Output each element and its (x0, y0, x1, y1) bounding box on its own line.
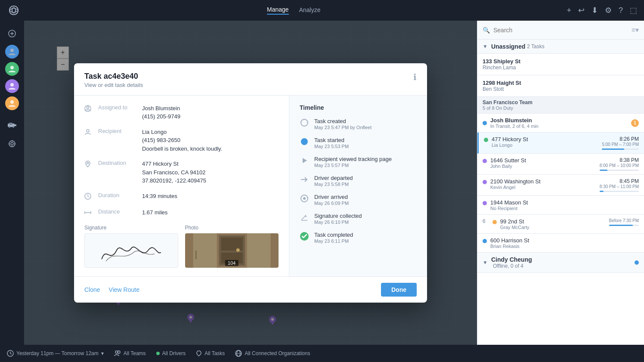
all-orgs-item[interactable]: All Connected Organizations (235, 350, 310, 357)
tl-time-4: May 26 6:09 PM (314, 201, 349, 206)
timeline-item-6: Task completed May 23 6:11 PM (300, 232, 417, 244)
delivery-time-2nd: Before 7:30 PM (609, 218, 639, 226)
tl-content-4: Driver arrived May 26 6:09 PM (314, 194, 349, 206)
driver-josh[interactable]: Josh Blumstein In Transit, 2 of 6, 4 min… (477, 114, 644, 133)
svg-point-4 (10, 66, 14, 69)
delivery-info-harrison: 600 Harrison St Brian Rekasis (490, 237, 639, 249)
avatar-3[interactable] (5, 79, 19, 93)
help-icon[interactable]: ? (619, 6, 623, 15)
time-range-item[interactable]: Yesterday 11pm — Tomorrow 12am ▾ (7, 350, 104, 357)
unassigned-task-sub-0: Rinchen Lama (483, 65, 639, 71)
add-icon[interactable]: + (567, 6, 571, 15)
nav-tab-analyze[interactable]: Analyze (299, 6, 321, 14)
clone-link[interactable]: Clone (84, 286, 100, 293)
delivery-600-harrison[interactable]: 600 Harrison St Brian Rekasis (477, 234, 644, 253)
modal-right-panel: Timeline Task created May 23 5:47 PM by … (289, 96, 427, 276)
delivery-2100-washington[interactable]: 2100 Washington St Kevin Angel 8:45 PM 8… (477, 175, 644, 196)
timeline-item-4: Driver arrived May 26 6:09 PM (300, 194, 417, 206)
svg-point-50 (301, 138, 308, 145)
svg-point-9 (9, 126, 10, 128)
undo-icon[interactable]: ↩ (578, 6, 585, 15)
photo-image[interactable]: 104 (185, 233, 279, 268)
driver-name-josh: Josh Blumstein (490, 117, 628, 124)
signature-box: Signature (84, 225, 178, 268)
avatar-1[interactable] (5, 45, 19, 59)
svg-rect-11 (15, 124, 16, 126)
vehicle-icon[interactable] (4, 117, 20, 133)
all-teams-item[interactable]: All Teams (114, 350, 146, 357)
svg-rect-8 (9, 123, 12, 125)
avatar-2[interactable] (5, 62, 19, 76)
cindy-info: Cindy Cheung Offline, 0 of 4 (491, 256, 635, 269)
timeline-item-2: Recipient viewed tracking page May 23 5:… (300, 156, 417, 168)
add-task-btn[interactable] (4, 26, 20, 41)
driver-badge-josh: 1 (631, 119, 639, 127)
unassigned-task-sub-1: Ben Stott (483, 86, 639, 92)
tl-content-2: Recipient viewed tracking page May 23 5:… (314, 156, 392, 168)
tl-content-1: Task started May 23 5:53 PM (314, 137, 349, 149)
photo-number: 104 (225, 260, 238, 266)
done-button[interactable]: Done (381, 283, 417, 297)
view-route-link[interactable]: View Route (109, 286, 139, 293)
delivery-1646-sutter[interactable]: 1646 Sutter St John Baily 8:38 PM 8:00 P… (477, 154, 644, 175)
delivery-info-washington: 2100 Washington St Kevin Angel (490, 178, 596, 190)
delivery-info-2nd: 99 2nd St Gray McCarty (500, 218, 606, 230)
distance-label: Distance (98, 208, 137, 215)
svg-point-49 (301, 119, 308, 126)
modal-body: Assigned to Josh Blumstein (415) 205-974… (74, 96, 427, 276)
recipient-icon (84, 129, 93, 137)
signature-image[interactable] (84, 233, 178, 268)
svg-line-37 (88, 196, 89, 197)
all-tasks-item[interactable]: All Tasks (196, 350, 225, 356)
delivery-sub-2nd: Gray McCarty (500, 225, 606, 230)
cindy-sub: Offline, 0 of 4 (493, 263, 635, 269)
recipient-label: Recipient (98, 128, 137, 134)
delivery-name-harrison: 600 Harrison St (490, 237, 639, 244)
settings-icon[interactable]: ⚙ (605, 6, 612, 15)
modal-info-btn[interactable]: ℹ (413, 72, 417, 82)
svg-point-13 (11, 142, 13, 145)
delivery-1944-mason[interactable]: 1944 Mason St No Recipient (477, 196, 644, 215)
cindy-section-header[interactable]: ▼ Cindy Cheung Offline, 0 of 4 (477, 253, 644, 273)
delivery-name-2nd: 99 2nd St (500, 218, 606, 225)
svg-rect-45 (236, 248, 239, 252)
tl-content-5: Signature collected May 26 6:10 PM (314, 213, 362, 225)
delivery-info-hickory: 477 Hickory St Lia Longo (492, 136, 598, 148)
svg-rect-48 (195, 251, 196, 259)
duration-label: Duration (98, 192, 137, 198)
tl-time-3: May 23 5:58 PM (314, 182, 353, 187)
all-teams-label: All Teams (124, 350, 146, 356)
cindy-name: Cindy Cheung (491, 256, 635, 263)
delivery-477-hickory[interactable]: 477 Hickory St Lia Longo 8:26 PM 5:00 PM… (477, 133, 644, 154)
unassigned-section-header[interactable]: ▼ Unassigned 2 Tasks (477, 40, 644, 54)
right-panel: 🔍 ≡▾ ▼ Unassigned 2 Tasks 133 Shipley St… (477, 21, 644, 345)
download-icon[interactable]: ⬇ (591, 6, 598, 15)
all-drivers-item[interactable]: All Drivers (156, 350, 186, 356)
tl-icon-signature (300, 213, 309, 222)
task-detail-modal: Task ac4e3e40 View or edit task details … (74, 63, 427, 303)
duration-value: 14:39 minutes (142, 192, 177, 201)
timeline-title: Timeline (300, 104, 417, 111)
tl-time-5: May 26 6:10 PM (314, 220, 362, 225)
assigned-icon (84, 105, 93, 114)
signature-label: Signature (84, 225, 178, 231)
unassigned-task-1[interactable]: 1298 Haight St Ben Stott (477, 75, 644, 97)
delivery-99-2nd[interactable]: 6 99 2nd St Gray McCarty Before 7:30 PM (477, 215, 644, 234)
tl-time-2: May 23 5:57 PM (314, 163, 392, 168)
svg-point-54 (303, 197, 306, 200)
search-input[interactable] (493, 27, 628, 34)
tl-icon-created (300, 118, 309, 127)
delivery-sub-harrison: Brian Rekasis (490, 244, 639, 249)
svg-point-10 (12, 126, 14, 128)
target-icon[interactable] (4, 136, 20, 152)
delivery-time-washington: 8:45 PM 8:30 PM – 11:00 PM (600, 178, 639, 192)
modal-footer: Clone View Route Done (74, 276, 427, 303)
exit-icon[interactable]: ⬚ (630, 6, 637, 15)
nav-tab-manage[interactable]: Manage (267, 6, 289, 15)
svg-point-34 (87, 162, 89, 164)
unassigned-task-0[interactable]: 133 Shipley St Rinchen Lama (477, 54, 644, 75)
avatar-4[interactable] (5, 96, 19, 110)
tl-icon-departed (300, 175, 309, 184)
view-toggle-btn[interactable]: ≡▾ (632, 26, 639, 34)
distance-field: Distance 1.67 miles (84, 208, 279, 218)
